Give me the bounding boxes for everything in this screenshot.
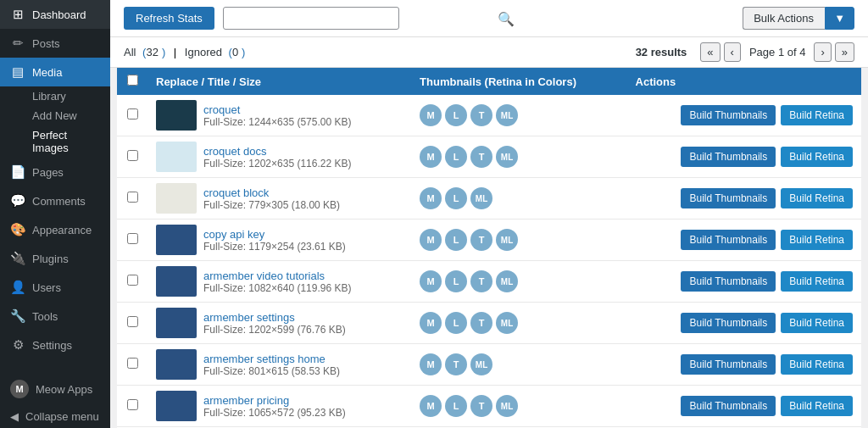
sidebar-item-label: Tools [32, 310, 58, 323]
sidebar-item-label: Posts [32, 37, 60, 50]
media-title-link[interactable]: armember settings [203, 311, 346, 324]
collapse-icon: ◀ [10, 410, 19, 423]
refresh-stats-button[interactable]: Refresh Stats [124, 7, 214, 30]
bulk-actions-wrap: Bulk Actions ▼ [743, 7, 854, 30]
thumbnail-badge-m: M [420, 395, 442, 417]
row-checkbox[interactable] [127, 316, 138, 327]
filter-ignored-link[interactable]: Ignored (0) [185, 46, 246, 58]
sidebar-item-media[interactable]: ▤ Media [0, 58, 110, 86]
page-last-button[interactable]: » [835, 42, 854, 62]
media-thumbnail [156, 225, 197, 255]
row-checkbox-cell [117, 386, 147, 427]
media-title-link[interactable]: croquet block [203, 186, 340, 199]
row-title-cell: armember settings homeFull-Size: 801×615… [147, 344, 411, 386]
build-thumbnails-button[interactable]: Build Thumbnails [681, 147, 776, 167]
thumbnail-badge-t: T [470, 104, 492, 126]
build-thumbnails-button[interactable]: Build Thumbnails [681, 188, 776, 208]
row-checkbox[interactable] [127, 358, 138, 369]
meow-avatar: M [10, 380, 29, 398]
row-actions: Build ThumbnailsBuild Retina [636, 147, 853, 167]
media-title-link[interactable]: croquet [203, 103, 351, 116]
sidebar-sub-library[interactable]: Library [0, 86, 110, 106]
build-thumbnails-button[interactable]: Build Thumbnails [681, 105, 776, 125]
media-title-link[interactable]: armember pricing [203, 394, 346, 407]
meow-apps-item[interactable]: M Meow Apps [0, 373, 110, 405]
page-prev-button[interactable]: ‹ [724, 42, 741, 62]
users-icon: 👤 [10, 280, 25, 295]
row-badges-cell: MLTML [411, 386, 627, 427]
media-title-link[interactable]: copy api key [203, 228, 346, 241]
build-retina-button[interactable]: Build Retina [781, 105, 853, 125]
meow-apps-label: Meow Apps [36, 383, 92, 396]
media-title-link[interactable]: armember settings home [203, 353, 340, 365]
search-icon-button[interactable]: 🔍 [498, 10, 515, 26]
search-input[interactable] [223, 7, 399, 30]
media-size-text: Full-Size: 779×305 (18.00 KB) [203, 199, 340, 211]
media-size-text: Full-Size: 1202×599 (76.76 KB) [203, 324, 346, 336]
thumbnail-badge-t: T [470, 312, 492, 334]
row-checkbox[interactable] [127, 192, 138, 203]
build-retina-button[interactable]: Build Retina [781, 230, 853, 250]
sidebar-item-appearance[interactable]: 🎨 Appearance [0, 215, 110, 244]
build-retina-button[interactable]: Build Retina [781, 396, 853, 416]
bulk-actions-select[interactable]: Bulk Actions [743, 7, 825, 30]
build-retina-button[interactable]: Build Retina [781, 354, 853, 375]
thumbnail-badge-m: M [420, 146, 442, 168]
page-first-button[interactable]: « [700, 42, 720, 62]
row-checkbox[interactable] [127, 275, 138, 286]
row-title-cell: copy api keyFull-Size: 1179×254 (23.61 K… [147, 220, 411, 261]
table-row: armember video tutorialsFull-Size: 1082×… [117, 261, 861, 303]
sidebar-item-pages[interactable]: 📄 Pages [0, 158, 110, 186]
table-row: armember pricingFull-Size: 1065×572 (95.… [117, 386, 861, 427]
sidebar-item-settings[interactable]: ⚙ Settings [0, 331, 110, 359]
sidebar-item-label: Dashboard [32, 8, 86, 21]
row-checkbox[interactable] [127, 233, 138, 244]
row-badges-cell: MLTML [411, 303, 627, 344]
posts-icon: ✏ [10, 36, 25, 51]
build-retina-button[interactable]: Build Retina [781, 271, 853, 292]
build-retina-button[interactable]: Build Retina [781, 313, 853, 333]
sidebar-item-tools[interactable]: 🔧 Tools [0, 302, 110, 331]
col-checkbox [117, 68, 147, 95]
build-thumbnails-button[interactable]: Build Thumbnails [681, 271, 776, 292]
sidebar-sub-perfect-images[interactable]: Perfect Images [0, 125, 110, 158]
build-thumbnails-button[interactable]: Build Thumbnails [681, 313, 776, 333]
build-retina-button[interactable]: Build Retina [781, 147, 853, 167]
build-thumbnails-button[interactable]: Build Thumbnails [681, 354, 776, 375]
media-title-link[interactable]: armember video tutorials [203, 270, 351, 282]
row-actions-cell: Build ThumbnailsBuild Retina [627, 303, 861, 344]
collapse-label: Collapse menu [25, 410, 99, 423]
row-checkbox-cell [117, 303, 147, 344]
sidebar-sub-add-new[interactable]: Add New [0, 106, 110, 125]
page-next-button[interactable]: › [814, 42, 831, 62]
bulk-actions-chevron[interactable]: ▼ [825, 7, 854, 30]
row-checkbox-cell [117, 178, 147, 220]
filter-all-link[interactable]: All (32) [124, 46, 169, 58]
sidebar-item-posts[interactable]: ✏ Posts [0, 29, 110, 58]
row-checkbox[interactable] [127, 108, 138, 120]
sidebar-item-dashboard[interactable]: ⊞ Dashboard [0, 0, 110, 29]
row-actions: Build ThumbnailsBuild Retina [636, 354, 853, 375]
thumbnail-badge-m: M [420, 312, 442, 334]
media-title-link[interactable]: croquet docs [203, 145, 351, 158]
row-checkbox[interactable] [127, 399, 138, 410]
table-row: croquet docsFull-Size: 1202×635 (116.22 … [117, 136, 861, 178]
build-thumbnails-button[interactable]: Build Thumbnails [681, 396, 776, 416]
col-thumbnails: Thumbnails (Retina in Colors) [411, 68, 627, 95]
search-wrap: 🔍 [223, 7, 520, 30]
row-badges-cell: MLTML [411, 261, 627, 303]
collapse-menu[interactable]: ◀ Collapse menu [0, 405, 110, 428]
build-retina-button[interactable]: Build Retina [781, 188, 853, 208]
select-all-checkbox[interactable] [127, 75, 138, 86]
build-thumbnails-button[interactable]: Build Thumbnails [681, 230, 776, 250]
media-size-text: Full-Size: 1082×640 (119.96 KB) [203, 282, 351, 294]
sidebar-item-users[interactable]: 👤 Users [0, 273, 110, 302]
row-actions: Build ThumbnailsBuild Retina [636, 271, 853, 292]
media-info: armember pricingFull-Size: 1065×572 (95.… [203, 394, 346, 419]
sidebar-item-label: Settings [32, 339, 72, 352]
media-thumbnail [156, 308, 197, 338]
sidebar-item-plugins[interactable]: 🔌 Plugins [0, 244, 110, 273]
row-checkbox[interactable] [127, 150, 138, 161]
tools-icon: 🔧 [10, 308, 25, 324]
sidebar-item-comments[interactable]: 💬 Comments [0, 186, 110, 215]
